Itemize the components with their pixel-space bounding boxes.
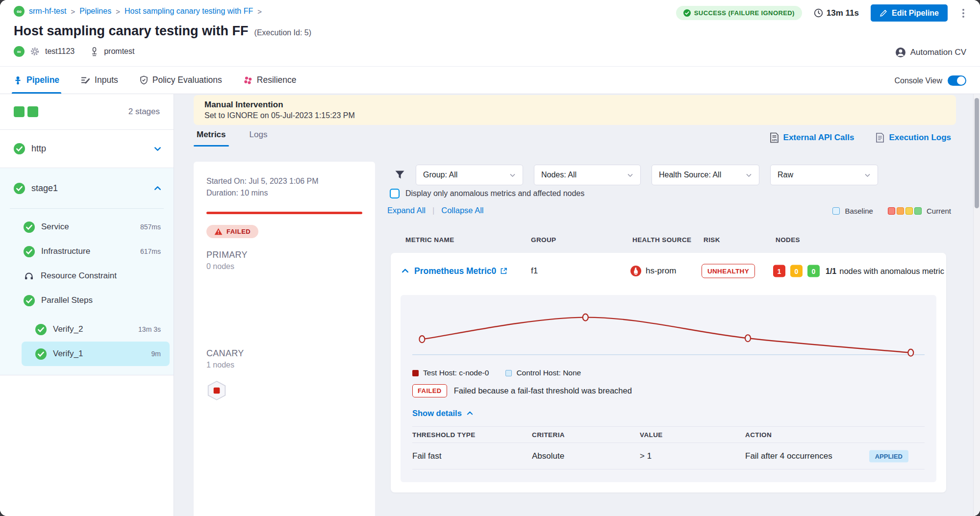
expand-all-link[interactable]: Expand All [387, 206, 426, 215]
canary-node-hexagon[interactable] [206, 380, 227, 401]
tab-resilience-label: Resilience [257, 75, 297, 85]
show-details-link[interactable]: Show details [412, 409, 474, 418]
console-view-label: Console View [894, 76, 942, 85]
link-divider: | [432, 206, 434, 215]
group-filter-value: Group: All [423, 171, 457, 179]
more-options-kebab-icon[interactable] [959, 7, 967, 20]
step-label: Verify_2 [53, 324, 83, 334]
tab-metrics[interactable]: Metrics [197, 130, 226, 147]
tab-logs[interactable]: Logs [250, 130, 268, 147]
tab-policy-evaluations[interactable]: Policy Evaluations [140, 67, 222, 94]
cd-module-icon: ∞ [14, 46, 25, 57]
view-mode-dropdown[interactable]: Raw [770, 165, 878, 185]
vertical-scrollbar[interactable] [973, 94, 980, 516]
stage-status-square [27, 106, 38, 117]
execution-sidebar: 2 stages http stage1 Service 857ms Infra… [0, 94, 174, 516]
show-details-label: Show details [412, 409, 462, 418]
resilience-icon [244, 76, 252, 85]
execution-duration-label: 13m 11s [827, 8, 859, 18]
group-filter-dropdown[interactable]: Group: All [416, 165, 523, 185]
action-cell: Fail after 4 occurrences [745, 451, 832, 461]
harness-logo-icon: ∞ [14, 6, 25, 17]
main-content: Manual Intervention Set to IGNORE on 05-… [174, 94, 980, 516]
step-duration: 857ms [140, 223, 161, 231]
page-title: Host sampling canary testing with FF [14, 24, 249, 39]
user-name: Automation CV [910, 48, 966, 57]
risk-badge: UNHEALTHY [702, 264, 755, 278]
chevron-up-icon [466, 410, 474, 417]
chevron-up-icon[interactable] [153, 184, 162, 193]
current-legend-swatches [888, 207, 922, 215]
harness-pipeline-execution-page: ∞ srm-hf-test > Pipelines > Host samplin… [0, 0, 980, 516]
metric-group-cell: f1 [531, 266, 538, 276]
test-host-swatch [412, 370, 419, 376]
col-group: GROUP [531, 236, 556, 244]
top-header: ∞ srm-hf-test > Pipelines > Host samplin… [0, 0, 980, 66]
tab-pipeline[interactable]: Pipeline [14, 67, 59, 94]
svg-text:∞: ∞ [17, 49, 21, 54]
api-document-icon: API [770, 132, 779, 143]
success-check-icon [14, 183, 25, 194]
success-check-icon [24, 246, 35, 257]
view-mode-value: Raw [778, 171, 793, 179]
verification-summary-card: Started On: Jul 5, 2023 1:06 PM Duration… [194, 162, 375, 516]
chevron-down-icon[interactable] [153, 145, 162, 153]
col-nodes: NODES [776, 236, 800, 244]
metric-name-link[interactable]: Prometheus Metric0 [414, 266, 507, 276]
collapse-row-chevron-up-icon[interactable] [401, 267, 409, 275]
sidebar-step-resource-constraint[interactable]: Resource Constraint [0, 264, 174, 288]
col-action: ACTION [745, 431, 772, 439]
breadcrumb-project[interactable]: srm-hf-test [29, 7, 66, 16]
control-host-legend: Control Host: None [505, 369, 581, 377]
test-host-legend: Test Host: c-node-0 [412, 369, 489, 377]
success-check-icon [24, 295, 35, 306]
breadcrumb-pipelines[interactable]: Pipelines [79, 7, 111, 16]
canary-label: CANARY [206, 348, 362, 359]
breadcrumb-pipeline-name[interactable]: Host sampling canary testing with FF [125, 7, 253, 16]
breadcrumb-separator: > [71, 7, 75, 16]
success-check-icon [35, 348, 47, 360]
sidebar-step-service[interactable]: Service 857ms [0, 215, 174, 239]
console-view-toggle[interactable] [948, 75, 966, 86]
metric-row-prometheus-metric0[interactable]: Prometheus Metric0 f1 hs-prom UNHEALTHY … [391, 253, 946, 289]
current-legend-label: Current [927, 207, 951, 215]
collapse-all-link[interactable]: Collapse All [441, 206, 483, 215]
execution-logs-link[interactable]: Execution Logs [876, 132, 951, 143]
sidebar-stage-http[interactable]: http [0, 130, 174, 168]
col-health-source: HEALTH SOURCE [632, 236, 691, 244]
step-label: Verify_1 [53, 349, 83, 359]
sidebar-step-verify-2[interactable]: Verify_2 13m 3s [0, 317, 174, 342]
stage-count-label: 2 stages [128, 107, 160, 117]
sidebar-step-parallel-steps[interactable]: Parallel Steps [0, 288, 174, 313]
anomalous-only-checkbox[interactable] [390, 189, 400, 198]
nodes-filter-dropdown[interactable]: Nodes: All [534, 165, 641, 185]
col-threshold-type: THRESHOLD TYPE [412, 431, 476, 439]
clock-icon [814, 8, 823, 18]
sidebar-step-infrastructure[interactable]: Infrastructure 617ms [0, 239, 174, 264]
primary-label: PRIMARY [206, 250, 362, 260]
external-api-calls-link[interactable]: API External API Calls [770, 132, 854, 143]
tab-resilience[interactable]: Resilience [244, 67, 297, 94]
col-risk: RISK [704, 236, 720, 244]
step-duration: 617ms [140, 247, 161, 255]
execution-logs-label: Execution Logs [889, 133, 951, 143]
step-duration: 9m [151, 350, 161, 358]
health-source-filter-dropdown[interactable]: Health Source: All [652, 165, 759, 185]
triggered-by-user: Automation CV [895, 47, 966, 58]
nodes-filter-value: Nodes: All [541, 171, 577, 179]
scrollbar-thumb[interactable] [975, 98, 979, 208]
node-count-badges: 1 0 0 [773, 265, 820, 277]
chart-color-legend: Baseline Current [832, 207, 951, 215]
manual-intervention-banner: Manual Intervention Set to IGNORE on 05-… [194, 95, 956, 125]
step-label: Resource Constraint [41, 271, 117, 281]
tab-inputs[interactable]: Inputs [81, 67, 118, 94]
banner-title: Manual Intervention [204, 100, 945, 110]
stage-status-square [14, 106, 25, 117]
sidebar-step-verify-1-selected[interactable]: Verify_1 9m [22, 342, 170, 366]
resource-constraint-icon [24, 270, 34, 281]
metric-row-card: Prometheus Metric0 f1 hs-prom UNHEALTHY … [391, 253, 946, 492]
edit-pipeline-button[interactable]: Edit Pipeline [871, 4, 948, 22]
filter-funnel-icon[interactable] [395, 170, 405, 180]
sidebar-stage-stage1[interactable]: stage1 [0, 168, 174, 208]
tab-policy-evaluations-label: Policy Evaluations [152, 75, 222, 85]
